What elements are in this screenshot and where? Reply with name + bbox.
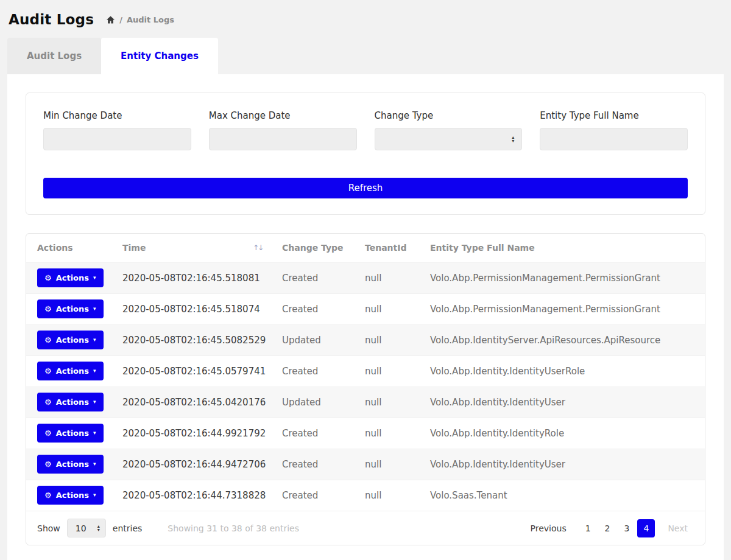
col-header-entity-type[interactable]: Entity Type Full Name <box>424 234 705 262</box>
caret-down-icon: ▾ <box>93 492 96 498</box>
row-actions-label: Actions <box>56 460 89 469</box>
sort-icon[interactable]: ↑↓ <box>253 243 263 252</box>
change-type-cell: Created <box>276 262 359 293</box>
entity-type-cell: Volo.Abp.Identity.IdentityUserRole <box>424 355 705 387</box>
row-actions-button[interactable]: ⚙ Actions ▾ <box>37 455 104 474</box>
entity-type-cell: Volo.Abp.Identity.IdentityUser <box>424 387 705 418</box>
table-row: ⚙ Actions ▾ 2020-05-08T02:16:45.5082529 … <box>26 324 705 355</box>
time-cell: 2020-05-08T02:16:45.5082529 <box>116 324 276 355</box>
refresh-button[interactable]: Refresh <box>43 178 688 198</box>
filter-card: Min Change Date Max Change Date Change T… <box>26 93 705 215</box>
tenantid-cell: null <box>359 418 424 449</box>
tenantid-cell: null <box>359 480 424 511</box>
page-header: Audit Logs / Audit Logs <box>0 0 731 38</box>
entity-type-full-name-input[interactable] <box>540 128 688 150</box>
pagination-page-3[interactable]: 3 <box>618 519 636 537</box>
entity-type-cell: Volo.Abp.Identity.IdentityUser <box>424 449 705 480</box>
breadcrumb: / Audit Logs <box>106 15 174 24</box>
home-icon[interactable] <box>106 15 115 24</box>
page-size-control: Show 10 ▴▾ entries <box>37 519 142 537</box>
table-row: ⚙ Actions ▾ 2020-05-08T02:16:44.9472706 … <box>26 449 705 480</box>
time-cell: 2020-05-08T02:16:45.0420176 <box>116 387 276 418</box>
change-type-cell: Created <box>276 355 359 387</box>
change-type-select[interactable]: ▴▾ <box>375 128 523 150</box>
caret-down-icon: ▾ <box>93 275 96 281</box>
change-type-cell: Created <box>276 418 359 449</box>
entries-label: entries <box>113 523 143 533</box>
table-row: ⚙ Actions ▾ 2020-05-08T02:16:45.518074 C… <box>26 293 705 324</box>
col-header-actions: Actions <box>26 234 116 262</box>
time-cell: 2020-05-08T02:16:45.518074 <box>116 293 276 324</box>
tab-entity-changes[interactable]: Entity Changes <box>101 38 218 74</box>
select-arrows-icon: ▴▾ <box>97 525 100 531</box>
show-label: Show <box>37 523 60 533</box>
caret-down-icon: ▾ <box>93 430 96 436</box>
filter-grid: Min Change Date Max Change Date Change T… <box>43 110 688 150</box>
table-row: ⚙ Actions ▾ 2020-05-08T02:16:44.7318828 … <box>26 480 705 511</box>
col-header-change-type[interactable]: Change Type <box>276 234 359 262</box>
page-title: Audit Logs <box>9 12 94 27</box>
pagination-page-1[interactable]: 1 <box>579 519 597 537</box>
row-actions-button[interactable]: ⚙ Actions ▾ <box>37 486 104 505</box>
pagination-page-2[interactable]: 2 <box>599 519 616 537</box>
caret-down-icon: ▾ <box>93 399 96 405</box>
pagination-next[interactable]: Next <box>662 519 694 537</box>
gear-icon: ⚙ <box>44 398 52 406</box>
caret-down-icon: ▾ <box>93 337 96 343</box>
table-row: ⚙ Actions ▾ 2020-05-08T02:16:45.0420176 … <box>26 387 705 418</box>
entity-type-full-name-label: Entity Type Full Name <box>540 110 688 121</box>
row-actions-button[interactable]: ⚙ Actions ▾ <box>37 331 104 349</box>
min-change-date-label: Min Change Date <box>43 110 191 121</box>
pagination: Previous 1 2 3 4 Next <box>524 519 694 537</box>
gear-icon: ⚙ <box>44 274 52 282</box>
col-header-time[interactable]: Time ↑↓ <box>116 234 276 262</box>
caret-down-icon: ▾ <box>93 306 96 312</box>
gear-icon: ⚙ <box>44 491 52 499</box>
gear-icon: ⚙ <box>44 305 52 313</box>
filter-min-change-date: Min Change Date <box>43 110 191 150</box>
tab-audit-logs[interactable]: Audit Logs <box>7 38 101 74</box>
filter-max-change-date: Max Change Date <box>209 110 357 150</box>
col-header-tenantid[interactable]: TenantId <box>359 234 424 262</box>
change-type-cell: Updated <box>276 324 359 355</box>
filter-change-type: Change Type ▴▾ <box>375 110 523 150</box>
tab-bar: Audit Logs Entity Changes <box>7 38 724 74</box>
table-footer: Show 10 ▴▾ entries Showing 31 to 38 of 3… <box>26 511 705 545</box>
row-actions-label: Actions <box>56 429 89 438</box>
time-cell: 2020-05-08T02:16:45.0579741 <box>116 355 276 387</box>
max-change-date-label: Max Change Date <box>209 110 357 121</box>
change-type-cell: Created <box>276 293 359 324</box>
time-cell: 2020-05-08T02:16:44.9472706 <box>116 449 276 480</box>
content-panel: Min Change Date Max Change Date Change T… <box>7 74 724 560</box>
change-type-label: Change Type <box>375 110 523 121</box>
change-type-cell: Created <box>276 480 359 511</box>
breadcrumb-current: Audit Logs <box>127 15 174 24</box>
gear-icon: ⚙ <box>44 336 52 344</box>
row-actions-label: Actions <box>56 366 89 376</box>
entity-type-cell: Volo.Abp.PermissionManagement.Permission… <box>424 293 705 324</box>
table-row: ⚙ Actions ▾ 2020-05-08T02:16:44.9921792 … <box>26 418 705 449</box>
pagination-previous[interactable]: Previous <box>524 519 573 537</box>
tenantid-cell: null <box>359 293 424 324</box>
gear-icon: ⚙ <box>44 460 52 468</box>
table-card: Actions Time ↑↓ Change Type TenantId Ent… <box>26 233 705 545</box>
row-actions-button[interactable]: ⚙ Actions ▾ <box>37 362 104 380</box>
row-actions-button[interactable]: ⚙ Actions ▾ <box>37 299 104 318</box>
tenantid-cell: null <box>359 262 424 293</box>
min-change-date-input[interactable] <box>43 128 191 150</box>
page-size-select[interactable]: 10 ▴▾ <box>67 519 106 537</box>
row-actions-button[interactable]: ⚙ Actions ▾ <box>37 424 104 443</box>
row-actions-button[interactable]: ⚙ Actions ▾ <box>37 268 104 287</box>
table-row: ⚙ Actions ▾ 2020-05-08T02:16:45.0579741 … <box>26 355 705 387</box>
entity-type-cell: Volo.Abp.Identity.IdentityRole <box>424 418 705 449</box>
row-actions-button[interactable]: ⚙ Actions ▾ <box>37 393 104 411</box>
caret-down-icon: ▾ <box>93 461 96 467</box>
pagination-page-4[interactable]: 4 <box>637 519 655 537</box>
table-header-row: Actions Time ↑↓ Change Type TenantId Ent… <box>26 234 705 262</box>
table-row: ⚙ Actions ▾ 2020-05-08T02:16:45.518081 C… <box>26 262 705 293</box>
entity-type-cell: Volo.Abp.IdentityServer.ApiResources.Api… <box>424 324 705 355</box>
breadcrumb-separator: / <box>119 15 122 24</box>
gear-icon: ⚙ <box>44 367 52 375</box>
page-size-value: 10 <box>76 523 87 533</box>
max-change-date-input[interactable] <box>209 128 357 150</box>
